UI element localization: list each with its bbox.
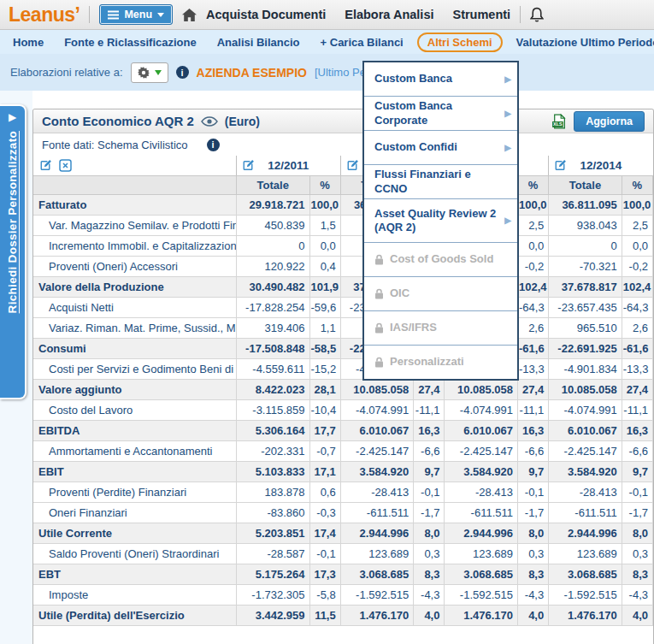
menu-item-oic: OIC [364, 276, 517, 310]
menu-item-cost-of-goods-sold: Cost of Goods Sold [364, 242, 517, 276]
row-label: Proventi (Perdite) Finanziari [33, 482, 236, 502]
totale-value: -4.074.991 [340, 399, 414, 420]
totale-value: 3.584.920 [445, 461, 518, 482]
nav-item-altri-schemi[interactable]: Altri Schemi [417, 32, 503, 52]
totale-value: 8.422.023 [236, 379, 309, 399]
table-row: EBT5.175.26417,33.068.6858,33.068.6858,3… [33, 564, 653, 584]
percent-value: 0,3 [622, 543, 652, 564]
table-row: Utile Corrente5.203.85117,42.944.9968,02… [33, 523, 653, 543]
home-icon[interactable] [182, 9, 197, 21]
percent-value: -13,3 [518, 358, 549, 379]
nav-item-carica-bilanci[interactable]: + Carica Bilanci [321, 36, 404, 49]
totale-value: 1.476.170 [549, 605, 622, 625]
percent-value: 2,6 [622, 317, 652, 338]
totale-value: 6.010.067 [549, 420, 622, 440]
percent-value: -0,1 [518, 482, 549, 502]
elaborazioni-bar: Elaborazioni relative a: i AZIENDA ESEMP… [0, 54, 654, 91]
percent-value: 16,3 [414, 420, 445, 440]
topnav-item[interactable]: Acquista Documenti [206, 8, 326, 21]
totale-value: -2.425.147 [340, 440, 414, 461]
info-icon[interactable]: i [176, 66, 189, 79]
totale-subheader: Totale [236, 175, 309, 194]
row-label: Acquisti Netti [33, 297, 236, 317]
totale-value: 10.085.058 [445, 379, 518, 399]
totale-value: -611.511 [445, 502, 518, 523]
percent-value: 9,7 [414, 461, 445, 482]
totale-value: 36.811.095 [549, 194, 622, 215]
elaborazioni-label: Elaborazioni relative a: [10, 66, 123, 79]
table-row: Fatturato29.918.721100,036.811.095100,03… [33, 194, 653, 215]
excel-export-icon[interactable]: XLS [551, 114, 567, 129]
menu-button[interactable]: Menu [99, 4, 173, 25]
percent-value: -13,3 [622, 358, 652, 379]
totale-value: -70.321 [549, 256, 622, 276]
table-row: Incremento Immobil. e Capitalizzazioni00… [33, 235, 653, 256]
totale-value: -28.587 [236, 543, 309, 564]
totale-value: -2.425.147 [445, 440, 518, 461]
totale-value: -17.828.254 [236, 297, 309, 317]
percent-value: -4,3 [414, 584, 445, 605]
svg-text:XLS: XLS [553, 121, 563, 127]
percent-value: 8,3 [414, 564, 445, 584]
totale-value: 1.476.170 [340, 605, 414, 625]
row-label: Var. Magazzino Semilav. e Prodotti Finit… [33, 215, 236, 235]
menu-item-custom-confidi[interactable]: Custom Confidi▶ [364, 130, 517, 164]
eye-icon[interactable] [201, 116, 218, 127]
percent-value: 0,0 [622, 235, 652, 256]
menu-item-custom-banca-corporate[interactable]: Custom Banca Corporate▶ [364, 96, 517, 130]
nav-item-fonte-e-riclassificazione[interactable]: Fonte e Riclassificazione [64, 36, 197, 49]
company-settings-button[interactable] [131, 62, 168, 83]
table-row: Proventi (Oneri) Accessori120.9220,4-70.… [33, 256, 653, 276]
row-label: Ammortamenti e Accantonamenti [33, 440, 236, 461]
submenu-arrow-icon: ▶ [504, 74, 511, 85]
nav-item-home[interactable]: Home [13, 36, 44, 49]
menu-item-label: Flussi Finanziari e CCNO [374, 168, 498, 196]
edit-period-icon[interactable] [346, 158, 360, 172]
table-row: Ammortamenti e Accantonamenti-202.331-0,… [33, 440, 653, 461]
percent-value: -6,6 [622, 440, 652, 461]
table-row: Valore della Produzione30.490.482101,937… [33, 276, 653, 297]
menu-item-label: OIC [390, 287, 409, 300]
menu-item-custom-banca[interactable]: Custom Banca▶ [364, 62, 517, 96]
remove-column-icon[interactable] [59, 159, 72, 172]
submenu-arrow-icon: ▶ [504, 142, 511, 153]
menu-item-asset-quality-review-2-aqr-2[interactable]: Asset Quality Review 2 (AQR 2)▶ [364, 198, 517, 242]
percent-value: 1,1 [309, 317, 340, 338]
percent-value: -64,3 [518, 297, 549, 317]
bell-icon[interactable] [530, 7, 544, 22]
edit-period-icon[interactable] [242, 158, 256, 172]
altri-schemi-dropdown: Custom Banca▶Custom Banca Corporate▶Cust… [362, 61, 519, 381]
table-row: EBIT5.103.83317,13.584.9209,73.584.9209,… [33, 461, 653, 482]
totale-value: 5.203.851 [236, 523, 309, 543]
edit-period-icon[interactable] [554, 158, 568, 172]
leanus-logo: Leanus’ [9, 3, 80, 27]
hamburger-icon [108, 10, 119, 20]
totale-value: -202.331 [236, 440, 309, 461]
year-label: 12/2011 [268, 159, 309, 172]
totale-value: 3.584.920 [340, 461, 414, 482]
percent-value: 2,5 [622, 215, 652, 235]
nav-item-valutazione-ultimo-periodo[interactable]: Valutazione Ultimo Periodo [516, 36, 654, 49]
edit-table-icon[interactable] [39, 158, 53, 172]
nav-item-analisi-bilancio[interactable]: Analisi Bilancio [217, 36, 300, 49]
totale-value: 5.175.264 [236, 564, 309, 584]
menu-item-flussi-finanziari-e-ccno[interactable]: Flussi Finanziari e CCNO [364, 164, 517, 198]
percent-value: 16,3 [518, 420, 549, 440]
table-row: Utile (Perdita) dell'Esercizio3.442.9591… [33, 605, 653, 625]
totale-value: 183.878 [236, 482, 309, 502]
table-row: Var. Magazzino Semilav. e Prodotti Finit… [33, 215, 653, 235]
richiedi-dossier-tab[interactable]: ▶ Richiedi Dossier Personalizzato [0, 104, 27, 399]
percent-value: 8,3 [518, 564, 549, 584]
row-label: Proventi (Oneri) Accessori [33, 256, 236, 276]
table-row: Costo del Lavoro-3.115.859-10,4-4.074.99… [33, 399, 653, 420]
totale-value: -28.413 [445, 482, 518, 502]
topnav-item[interactable]: Elabora Analisi [345, 8, 433, 21]
percent-value: -1,7 [622, 502, 652, 523]
totale-value: 2.944.996 [445, 523, 518, 543]
menu-item-label: Custom Banca [374, 72, 452, 86]
row-label: Costo del Lavoro [33, 399, 236, 420]
topnav-item[interactable]: Strumenti [452, 8, 510, 21]
fonte-info-icon[interactable]: i [207, 139, 220, 151]
aggiorna-button[interactable]: Aggiorna [574, 111, 645, 132]
menu-item-label: Custom Banca Corporate [374, 99, 498, 127]
